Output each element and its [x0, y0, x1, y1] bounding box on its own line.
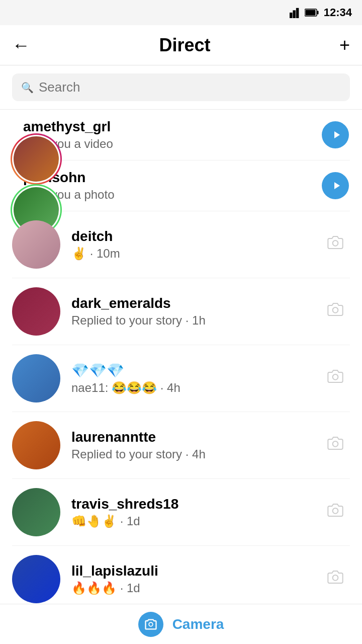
message-content: amethyst_grlSent you a video [23, 119, 310, 151]
camera-icon [327, 234, 343, 255]
svg-rect-4 [317, 11, 318, 15]
message-action-icon[interactable] [321, 498, 350, 527]
camera-icon [327, 569, 343, 589]
list-item[interactable]: lil_lapislazuli🔥🔥🔥 · 1d [0, 546, 362, 612]
svg-point-10 [333, 374, 338, 380]
avatar [12, 555, 60, 603]
status-icons [290, 7, 319, 18]
list-item[interactable]: dark_emeraldsReplied to your story · 1h [0, 278, 362, 345]
status-time: 12:34 [324, 6, 352, 19]
signal-icon [290, 7, 301, 18]
message-preview: 👊🤚✌️ · 1d [71, 514, 310, 528]
camera-icon [327, 301, 343, 321]
top-nav: ← Direct + [0, 25, 362, 65]
message-preview: nae11: 😂😂😂 · 4h [71, 381, 310, 395]
list-item[interactable]: travis_shreds18👊🤚✌️ · 1d [0, 479, 362, 545]
avatar [12, 354, 60, 403]
battery-icon [305, 8, 319, 17]
message-action-icon[interactable] [321, 230, 350, 259]
svg-rect-5 [305, 10, 315, 16]
message-action-icon[interactable] [321, 120, 350, 149]
message-content: lil_lapislazuli🔥🔥🔥 · 1d [71, 563, 310, 595]
message-username: travis_shreds18 [71, 496, 310, 512]
message-list: amethyst_grlSent you a videophillsohnSen… [0, 110, 362, 612]
message-preview: Sent you a photo [23, 188, 310, 202]
message-username: laurenanntte [71, 429, 310, 445]
search-input-wrap[interactable]: 🔍 [12, 73, 350, 101]
message-content: laurenanntteReplied to your story · 4h [71, 429, 310, 461]
message-preview: Replied to your story · 4h [71, 447, 310, 461]
camera-icon [144, 617, 158, 631]
message-action-icon[interactable] [321, 565, 350, 594]
camera-label: Camera [172, 616, 224, 632]
new-message-button[interactable]: + [339, 35, 350, 56]
message-content: travis_shreds18👊🤚✌️ · 1d [71, 496, 310, 528]
play-button[interactable] [322, 121, 349, 148]
status-bar: 12:34 [0, 0, 362, 25]
message-action-icon[interactable] [321, 297, 350, 326]
svg-point-11 [333, 441, 338, 447]
message-preview: 🔥🔥🔥 · 1d [71, 581, 310, 595]
message-preview: Sent you a video [23, 137, 310, 151]
message-username: 💎💎💎 [71, 362, 310, 379]
list-item[interactable]: laurenanntteReplied to your story · 4h [0, 412, 362, 478]
camera-icon [327, 368, 343, 388]
svg-marker-7 [334, 182, 340, 189]
list-item[interactable]: amethyst_grlSent you a video [0, 110, 362, 160]
search-bar: 🔍 [0, 65, 362, 110]
camera-button[interactable] [138, 612, 163, 637]
page-title: Direct [159, 35, 210, 56]
svg-marker-2 [296, 8, 299, 18]
svg-point-8 [333, 240, 338, 246]
message-content: deitch✌️ · 10m [71, 228, 310, 261]
message-action-icon[interactable] [321, 171, 350, 200]
list-item[interactable]: deitch✌️ · 10m [0, 211, 362, 278]
message-content: 💎💎💎nae11: 😂😂😂 · 4h [71, 362, 310, 395]
play-button[interactable] [322, 172, 349, 199]
message-preview: ✌️ · 10m [71, 247, 310, 261]
list-item[interactable]: 💎💎💎nae11: 😂😂😂 · 4h [0, 345, 362, 412]
svg-marker-6 [334, 131, 340, 138]
message-username: amethyst_grl [23, 119, 310, 135]
message-username: deitch [71, 228, 310, 245]
search-input[interactable] [39, 79, 341, 95]
avatar [12, 287, 60, 336]
search-icon: 🔍 [21, 82, 34, 94]
bottom-camera-bar[interactable]: Camera [0, 604, 362, 644]
avatar [12, 421, 60, 469]
back-button[interactable]: ← [12, 35, 30, 56]
svg-point-12 [333, 508, 338, 514]
message-username: lil_lapislazuli [71, 563, 310, 579]
message-username: dark_emeralds [71, 295, 310, 311]
message-action-icon[interactable] [321, 364, 350, 393]
message-preview: Replied to your story · 1h [71, 313, 310, 328]
camera-icon [327, 502, 343, 522]
camera-icon [327, 435, 343, 455]
message-content: dark_emeraldsReplied to your story · 1h [71, 295, 310, 328]
svg-marker-0 [290, 13, 293, 18]
avatar [12, 488, 60, 536]
message-username: phillsohn [23, 170, 310, 186]
svg-marker-1 [293, 10, 296, 18]
svg-point-13 [333, 575, 338, 581]
svg-point-9 [333, 307, 338, 313]
message-content: phillsohnSent you a photo [23, 170, 310, 202]
message-action-icon[interactable] [321, 431, 350, 460]
avatar [12, 220, 60, 269]
